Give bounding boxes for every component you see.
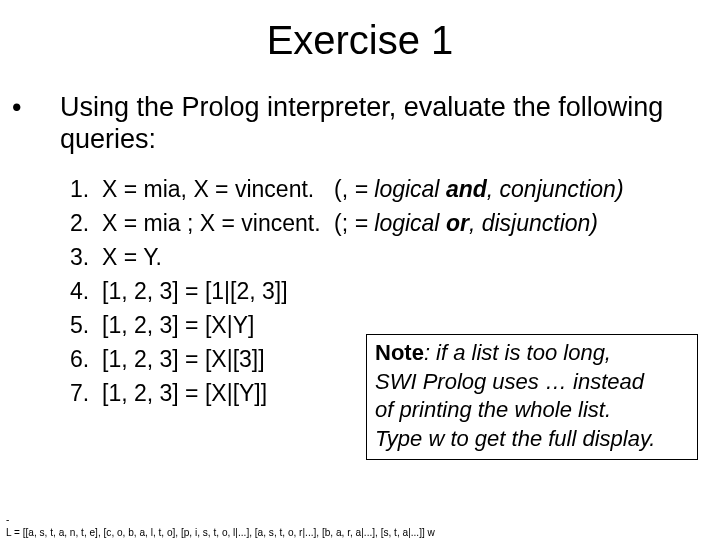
- query-num: 6.: [70, 342, 102, 376]
- operator-note: (, = logical and, conjunction): [334, 172, 720, 206]
- query-row: 3. X = Y.: [70, 240, 720, 274]
- intro-bullet: •Using the Prolog interpreter, evaluate …: [36, 91, 696, 156]
- note-label: Note: [375, 340, 424, 365]
- note-line: SWI Prolog uses … instead: [375, 369, 644, 394]
- note-line: Type w to get the full display.: [375, 426, 655, 451]
- note-box: Note: if a list is too long, SWI Prolog …: [366, 334, 698, 460]
- query-text: X = mia ; X = vincent.: [102, 206, 334, 240]
- query-text: [1, 2, 3] = [X|[3]]: [102, 342, 334, 376]
- slide: Exercise 1 •Using the Prolog interpreter…: [0, 18, 720, 540]
- query-text: [1, 2, 3] = [1|[2, 3]]: [102, 274, 334, 308]
- query-text: X = mia, X = vincent.: [102, 172, 334, 206]
- query-num: 1.: [70, 172, 102, 206]
- query-num: 5.: [70, 308, 102, 342]
- query-num: 4.: [70, 274, 102, 308]
- footer-dash: -: [6, 514, 714, 527]
- query-text: [1, 2, 3] = [X|Y]: [102, 308, 334, 342]
- slide-title: Exercise 1: [0, 18, 720, 63]
- query-text: [1, 2, 3] = [X|[Y]]: [102, 376, 334, 410]
- query-num: 7.: [70, 376, 102, 410]
- query-num: 2.: [70, 206, 102, 240]
- footer-code: - L = [[a, s, t, a, n, t, e], [c, o, b, …: [6, 514, 714, 540]
- note-line: : if a list is too long,: [424, 340, 611, 365]
- intro-text: Using the Prolog interpreter, evaluate t…: [60, 92, 663, 154]
- query-num: 3.: [70, 240, 102, 274]
- footer-line1: L = [[a, s, t, a, n, t, e], [c, o, b, a,…: [6, 527, 714, 540]
- query-row: 1. X = mia, X = vincent. (, = logical an…: [70, 172, 720, 206]
- bullet-marker: •: [36, 91, 60, 123]
- query-row: 2. X = mia ; X = vincent. (; = logical o…: [70, 206, 720, 240]
- query-text: X = Y.: [102, 240, 334, 274]
- note-line: of printing the whole list.: [375, 397, 611, 422]
- operator-note: (; = logical or, disjunction): [334, 206, 720, 240]
- query-row: 4. [1, 2, 3] = [1|[2, 3]]: [70, 274, 720, 308]
